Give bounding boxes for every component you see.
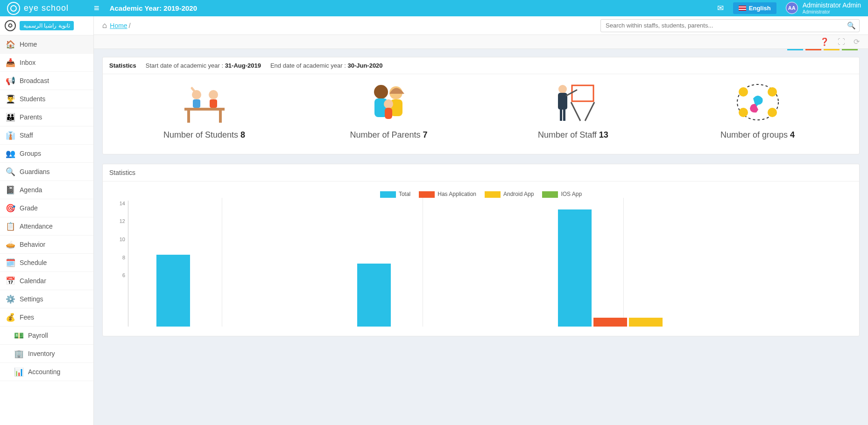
help-icon[interactable]: ❓: [820, 37, 829, 46]
sidebar-item-label: Broadcast: [20, 77, 49, 84]
legend-item-has-application[interactable]: Has Application: [419, 191, 476, 198]
school-header[interactable]: ✪ ثانوية راشيا الرسمية: [0, 16, 93, 35]
sidebar-item-accounting[interactable]: 📊Accounting: [0, 363, 93, 381]
broadcast-icon: 📢: [6, 76, 15, 85]
payroll-icon: 💵: [14, 331, 23, 340]
stat-illustration: [732, 79, 783, 125]
svg-point-24: [768, 87, 777, 97]
sidebar-item-attendance[interactable]: 📋Attendance: [0, 217, 93, 236]
svg-rect-13: [385, 108, 392, 119]
students-icon: 👨‍🎓: [6, 94, 15, 104]
sidebar-item-settings[interactable]: ⚙️Settings: [0, 290, 93, 308]
sidebar-item-students[interactable]: 👨‍🎓Students: [0, 90, 93, 108]
school-icon: ✪: [5, 20, 16, 31]
sidebar-item-calendar[interactable]: 📅Calendar: [0, 272, 93, 290]
search-input[interactable]: [600, 19, 860, 32]
sidebar-item-staff[interactable]: 👔Staff: [0, 126, 93, 145]
legend-item-android-app[interactable]: Android App: [485, 191, 534, 198]
refresh-icon[interactable]: ⟳: [854, 37, 860, 46]
chart-title: Statistics: [103, 164, 859, 181]
sidebar-item-inbox[interactable]: 📥Inbox: [0, 54, 93, 72]
sidebar-item-label: Inbox: [20, 59, 35, 66]
stat-illustration: [179, 79, 230, 125]
user-role: Administrator: [803, 9, 861, 15]
search-wrap: 🔍: [600, 19, 860, 32]
sidebar-item-label: Settings: [20, 295, 43, 303]
bar[interactable]: [357, 264, 391, 327]
sidebar-item-payroll[interactable]: 💵Payroll: [0, 327, 93, 345]
y-tick: 6: [122, 272, 125, 278]
stat-label: Number of Parents 7: [350, 130, 427, 140]
svg-rect-14: [572, 85, 593, 101]
calendar-icon: 📅: [6, 276, 15, 286]
svg-rect-1: [187, 111, 190, 123]
stat-illustration: [548, 79, 599, 125]
user-name: Administrator Admin: [803, 1, 861, 9]
user-menu[interactable]: AA Administrator Admin Administrator: [786, 1, 861, 15]
sidebar-item-agenda[interactable]: 📓Agenda: [0, 181, 93, 199]
sidebar-item-label: Inventory: [28, 350, 55, 357]
sidebar-item-label: Behavior: [20, 241, 45, 248]
stats-title: Statistics: [109, 62, 136, 69]
sidebar-item-home[interactable]: 🏠Home: [0, 35, 93, 54]
staff-icon: 👔: [6, 131, 15, 140]
statistics-overview-panel: Statistics Start date of academic year :…: [102, 57, 860, 154]
sidebar-item-guardians[interactable]: 🔍Guardians: [0, 163, 93, 181]
legend-item-total[interactable]: Total: [380, 191, 410, 198]
bar[interactable]: [558, 209, 592, 327]
breadcrumb-bar: ⌂ Home / 🔍: [94, 16, 868, 35]
sidebar-item-grade[interactable]: 🎯Grade: [0, 199, 93, 217]
sidebar-item-label: Schedule: [20, 259, 47, 266]
sidebar-item-groups[interactable]: 👥Groups: [0, 145, 93, 163]
mail-icon[interactable]: ✉: [717, 3, 724, 13]
breadcrumb-home[interactable]: Home: [110, 22, 127, 29]
fullscreen-icon[interactable]: ⛶: [838, 38, 845, 46]
stat-card-0: Number of Students 8: [112, 79, 296, 140]
language-button[interactable]: English: [733, 2, 776, 14]
home-icon[interactable]: ⌂: [102, 21, 107, 30]
stat-card-3: Number of groups 4: [665, 79, 850, 140]
language-label: English: [749, 5, 771, 12]
sidebar-item-parents[interactable]: 👪Parents: [0, 108, 93, 126]
sidebar-item-label: Agenda: [20, 186, 42, 194]
sidebar-item-inventory[interactable]: 🏢Inventory: [0, 345, 93, 363]
chart-legend: TotalHas ApplicationAndroid AppIOS App: [112, 191, 850, 198]
sidebar-item-label: Payroll: [28, 332, 48, 339]
groups-icon: 👥: [6, 149, 15, 158]
menu-toggle-icon[interactable]: ≡: [94, 3, 99, 14]
bar[interactable]: [593, 318, 627, 327]
svg-rect-7: [210, 99, 217, 108]
search-icon[interactable]: 🔍: [847, 21, 856, 30]
svg-rect-0: [184, 108, 225, 111]
sidebar-item-label: Guardians: [20, 168, 50, 175]
bar[interactable]: [629, 318, 663, 327]
stat-label: Number of groups 4: [720, 130, 795, 140]
avatar: AA: [786, 2, 798, 14]
stat-label: Number of Staff 13: [538, 130, 608, 140]
sidebar-item-behavior[interactable]: 🥧Behavior: [0, 236, 93, 254]
fees-icon: 💰: [6, 313, 15, 322]
breadcrumb-sep: /: [129, 22, 131, 29]
svg-point-12: [384, 99, 393, 109]
stat-label: Number of Students 8: [163, 130, 245, 140]
bar[interactable]: [156, 255, 190, 327]
school-name-badge: ثانوية راشيا الرسمية: [20, 21, 74, 30]
bar-group-students: [156, 255, 296, 327]
sidebar-item-fees[interactable]: 💰Fees: [0, 308, 93, 327]
settings-icon: ⚙️: [6, 294, 15, 304]
accounting-icon: 📊: [14, 367, 23, 376]
stat-illustration: [363, 79, 415, 125]
svg-rect-2: [219, 111, 222, 123]
sidebar-item-schedule[interactable]: 🗓️Schedule: [0, 254, 93, 272]
bar-group-staff: [558, 209, 698, 327]
sidebar-item-label: Home: [20, 41, 37, 48]
uk-flag-icon: [739, 6, 746, 11]
sidebar-item-label: Accounting: [28, 368, 60, 376]
grade-icon: 🎯: [6, 203, 15, 213]
parents-icon: 👪: [6, 112, 15, 122]
stat-card-2: Number of Staff 13: [481, 79, 665, 140]
logo[interactable]: eye school: [7, 2, 94, 15]
legend-item-ios-app[interactable]: IOS App: [542, 191, 582, 198]
guardians-icon: 🔍: [6, 167, 15, 176]
sidebar-item-broadcast[interactable]: 📢Broadcast: [0, 72, 93, 90]
